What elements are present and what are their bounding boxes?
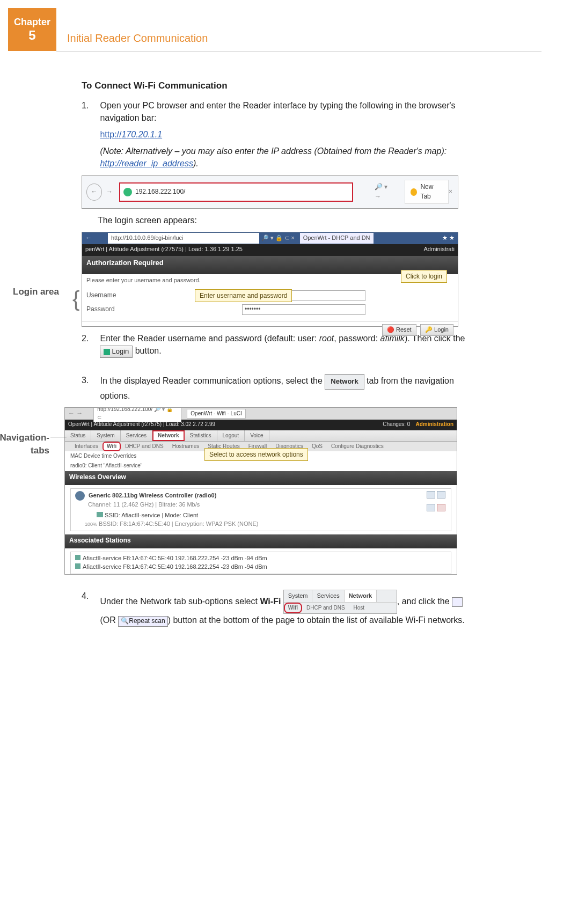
admin-link: Administrati xyxy=(424,245,455,254)
wireless-overview-header: Wireless Overview xyxy=(65,471,457,485)
tab-system: System xyxy=(284,590,313,602)
pct: 100% xyxy=(85,522,97,527)
subtab-qos: QoS xyxy=(308,442,327,451)
mini-icon xyxy=(437,504,445,511)
section-heading: To Connect Wi-Fi Communication xyxy=(82,79,478,93)
bssid-line: BSSID: F8:1A:67:4C:5E:40 | Encryption: W… xyxy=(99,520,258,527)
callout-network: Select to access network options xyxy=(204,448,308,461)
callout-login: Click to login xyxy=(401,270,447,283)
signal-icon xyxy=(97,512,103,517)
back-icon: ← xyxy=(85,233,92,243)
brace-icon: { xyxy=(72,283,79,314)
status-bar: OpenWrt | Attitude Adjustment (r27575) |… xyxy=(68,421,215,427)
radio-line: radio0: Client "AfiactII-service" xyxy=(65,461,457,471)
connector-line xyxy=(50,437,67,437)
address-text: 192.168.222.100/ xyxy=(135,187,185,196)
key-icon xyxy=(104,349,110,355)
signal-icon xyxy=(75,555,80,560)
admin-link: Administration xyxy=(415,421,453,427)
step1-after: The login screen appears: xyxy=(98,214,468,226)
subtab-hostnames: Hostnames xyxy=(168,442,204,451)
step1-text: Open your PC browser and enter the Reade… xyxy=(100,101,455,122)
login-button: 🔑 Login xyxy=(420,324,453,336)
subtab-dhcp: DHCP and DNS xyxy=(121,442,168,451)
assoc-header: Associated Stations xyxy=(65,534,457,548)
login-screenshot: ← http://10.10.0.69/cgi-bin/luci 🔎 ▾ 🔒 ⊂… xyxy=(82,232,458,327)
browser-tab: OpenWrt - DHCP and DN xyxy=(300,233,374,244)
tab-services: Services xyxy=(312,590,344,602)
subtab-cdiag: Configure Diagnostics xyxy=(327,442,388,451)
tab-network: Network xyxy=(152,430,184,441)
address-text: http://10.10.0.69/cgi-bin/luci xyxy=(108,233,259,244)
step-number: 4. xyxy=(82,590,98,602)
station-row: AfiactII-service F8:1A:67:4C:5E:40 192.1… xyxy=(83,555,267,561)
ssid-line: SSID: AfiactII-service | Mode: Client xyxy=(105,512,198,518)
browser-tab: OpenWrt - Wifi - LuCI xyxy=(187,409,245,419)
close-icon: × xyxy=(449,187,452,196)
chapter-title: Initial Reader Communication xyxy=(67,32,208,45)
chapter-number: 5 xyxy=(8,28,56,43)
step4-text: Under the Network tab sub-options select… xyxy=(100,590,470,627)
new-tab-label: New Tab xyxy=(420,182,443,201)
address-bar: 192.168.222.100/ xyxy=(119,182,353,202)
tab-statistics: Statistics xyxy=(185,430,217,441)
station-row: AfiactII-service F8:1A:67:4C:5E:40 192.1… xyxy=(83,563,267,570)
forward-icon: → xyxy=(104,186,115,198)
ie-tab-icon xyxy=(411,188,418,196)
login-area-label: Login area xyxy=(5,285,59,299)
step3-text: In the displayed Reader communication op… xyxy=(100,374,470,402)
tab-voice: Voice xyxy=(245,430,269,441)
changes-count: Changes: 0 xyxy=(383,421,410,427)
step1-note: (Note: Alternatively – you may also ente… xyxy=(100,145,470,170)
mini-icon xyxy=(437,491,445,498)
tab-status: Status xyxy=(65,430,91,441)
ie-icon xyxy=(123,188,132,196)
tab-services: Services xyxy=(121,430,152,441)
back-icon: ← → xyxy=(68,409,83,418)
mini-icon xyxy=(427,491,435,498)
network-tab-inline: Network xyxy=(325,374,364,390)
search-icon: 🔎 ▾ → xyxy=(375,182,394,201)
controller-name: Generic 802.11bg Wireless Controller (ra… xyxy=(89,492,216,498)
username-label: Username xyxy=(86,291,135,300)
search-controls: 🔎 ▾ 🔒 ⊂ × xyxy=(261,234,295,243)
network-screenshot: ← → http://192.168.222.100/ 🔎 ▾ 🔒 ⊂ Open… xyxy=(64,407,457,575)
chapter-label: Chapter xyxy=(8,17,56,28)
login-button-inline: Login xyxy=(100,346,133,358)
url-link-alt[interactable]: http://reader_ip_address xyxy=(100,159,193,168)
status-bar: penWrt | Attitude Adjustment (r27575) | … xyxy=(85,246,243,252)
subtab-dhcp: DHCP and DNS xyxy=(302,603,349,614)
tab-system: System xyxy=(91,430,120,441)
password-label: Password xyxy=(86,305,135,314)
chapter-tab: Chapter 5 xyxy=(8,8,56,51)
nav-tabs: Status System Services Network Statistic… xyxy=(65,430,457,442)
subtab-screenshot: System Services Network Wifi DHCP and DN… xyxy=(283,590,397,614)
callout-credentials: Enter username and password xyxy=(195,289,292,302)
scan-icon xyxy=(452,597,463,607)
tab-network: Network xyxy=(345,590,377,602)
subtab-host: Host xyxy=(349,603,369,614)
wifi-icon xyxy=(75,491,85,501)
password-field: ••••••• xyxy=(242,304,365,315)
subtab-wifi: Wifi xyxy=(284,603,302,614)
controller-sub: Channel: 11 (2.462 GHz) | Bitrate: 36 Mb… xyxy=(88,501,200,508)
repeat-scan-button: 🔍Repeat scan xyxy=(118,616,167,626)
step-number: 1. xyxy=(82,99,98,112)
url-link[interactable]: http://170.20.1.1 xyxy=(100,130,162,139)
nav-tabs-label: Navigation-tabs xyxy=(0,431,49,458)
star-icons: ★ ★ xyxy=(442,234,455,243)
back-icon: ← xyxy=(86,184,102,201)
reset-button: 🔴 Reset xyxy=(382,324,416,336)
step-number: 3. xyxy=(82,374,98,386)
subtab-interfaces: Interfaces xyxy=(70,442,103,451)
signal-icon xyxy=(75,563,80,569)
new-tab: New Tab xyxy=(405,180,449,204)
divider xyxy=(56,51,541,52)
browser-address-screenshot: ← → 192.168.222.100/ 🔎 ▾ → New Tab × xyxy=(82,175,458,209)
subtab-wifi: Wifi xyxy=(103,442,121,451)
tab-logout: Logout xyxy=(217,430,245,441)
mini-icon xyxy=(427,504,435,511)
